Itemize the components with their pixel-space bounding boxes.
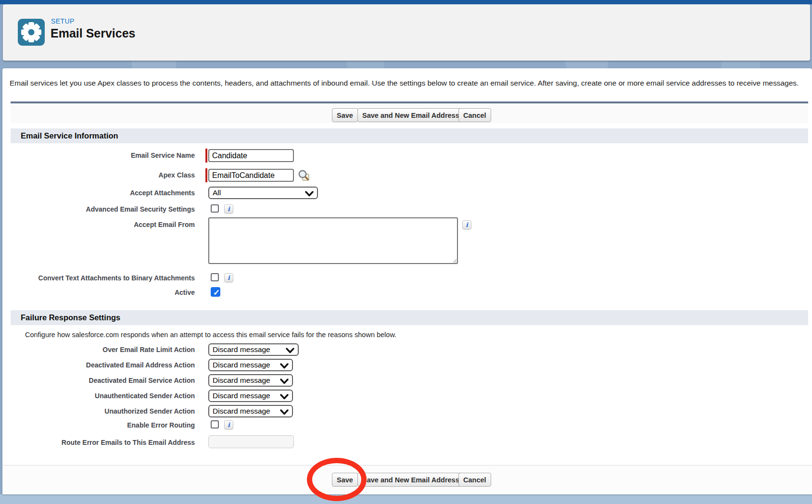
info-icon[interactable]: i (224, 204, 233, 214)
over-email-rate-limit-label: Over Email Rate Limit Action (2, 346, 195, 354)
section-header-failure-response-settings: Failure Response Settings (11, 310, 808, 325)
gear-icon (18, 19, 45, 46)
form-row-deactivated-email-address: Deactivated Email Address Action Discard… (2, 358, 801, 372)
chevron-down-icon (280, 378, 289, 384)
selected-option: Discard message (213, 391, 270, 400)
form-row-over-email-rate-limit: Over Email Rate Limit Action Discard mes… (2, 342, 801, 357)
email-service-name-label: Email Service Name (2, 151, 195, 160)
page: SETUP Email Services Email services let … (0, 0, 812, 504)
bottom-strip (0, 494, 812, 504)
apex-class-label: Apex Class (2, 171, 195, 179)
intro-text: Email services let you use Apex classes … (10, 79, 812, 88)
form-row-accept-email-from: Accept Email From i (2, 217, 801, 265)
chevron-down-icon (280, 409, 289, 415)
deactivated-email-address-select[interactable]: Discard message (208, 359, 293, 371)
selected-option: Discard message (213, 345, 270, 354)
convert-text-attachments-checkbox[interactable]: ✓ (211, 273, 219, 281)
enable-error-routing-checkbox[interactable]: ✓ (211, 420, 219, 428)
required-indicator (205, 168, 207, 182)
unauthorized-sender-label: Unauthorized Sender Action (2, 407, 195, 416)
form-row-unauthenticated-sender: Unauthenticated Sender Action Discard me… (2, 389, 801, 403)
accept-email-from-label: Accept Email From (2, 221, 195, 229)
active-label: Active (2, 289, 195, 297)
setup-header: SETUP Email Services (3, 4, 810, 61)
apex-class-input[interactable] (208, 169, 294, 182)
info-icon[interactable]: i (224, 420, 233, 429)
cancel-button-bottom[interactable]: Cancel (458, 473, 491, 487)
advanced-email-security-label: Advanced Email Security Settings (2, 205, 195, 214)
advanced-email-security-checkbox[interactable]: ✓ (211, 204, 219, 213)
deactivated-email-service-select[interactable]: Discard message (208, 374, 293, 387)
form-row-active: Active ✓ (2, 286, 801, 301)
selected-option: All (213, 189, 221, 197)
accept-attachments-select[interactable]: All (208, 187, 318, 199)
form-row-route-error-emails: Route Error Emails to This Email Address (2, 434, 801, 449)
save-and-new-button-top[interactable]: Save and New Email Address (357, 108, 464, 122)
over-email-rate-limit-select[interactable]: Discard message (208, 343, 299, 356)
setup-kicker: SETUP (51, 17, 75, 25)
form-row-deactivated-email-service: Deactivated Email Service Action Discard… (2, 373, 801, 388)
unauthenticated-sender-label: Unauthenticated Sender Action (2, 392, 195, 400)
lookup-icon[interactable] (298, 169, 310, 182)
form-row-enable-error-routing: Enable Error Routing ✓ i (2, 419, 801, 434)
accept-email-from-textarea[interactable] (208, 217, 458, 264)
convert-text-attachments-label: Convert Text Attachments to Binary Attac… (2, 274, 195, 282)
selected-option: Discard message (213, 376, 270, 385)
deactivated-email-service-label: Deactivated Email Service Action (2, 377, 195, 385)
bottom-button-bar: Save Save and New Email Address Cancel (2, 465, 812, 494)
form-row-advanced-email-security: Advanced Email Security Settings ✓ i (2, 203, 801, 218)
required-indicator (205, 149, 207, 163)
cancel-button-top[interactable]: Cancel (458, 108, 491, 122)
deactivated-email-address-label: Deactivated Email Address Action (2, 361, 195, 369)
chevron-down-icon (280, 363, 289, 369)
form-row-email-service-name: Email Service Name (2, 148, 801, 163)
unauthenticated-sender-select[interactable]: Discard message (208, 390, 293, 402)
save-and-new-button-bottom[interactable]: Save and New Email Address (357, 473, 464, 487)
enable-error-routing-label: Enable Error Routing (2, 421, 195, 429)
accept-attachments-label: Accept Attachments (2, 189, 195, 197)
form-row-apex-class: Apex Class (2, 168, 801, 182)
top-button-bar: Save Save and New Email Address Cancel (11, 101, 808, 123)
chevron-down-icon (286, 348, 294, 353)
check-icon: ✓ (213, 288, 220, 298)
chevron-down-icon (305, 191, 314, 197)
unauthorized-sender-select[interactable]: Discard message (208, 405, 293, 417)
email-service-name-input[interactable] (208, 149, 294, 162)
section-title: Failure Response Settings (21, 313, 120, 322)
route-error-emails-label: Route Error Emails to This Email Address (2, 439, 195, 447)
form-row-unauthorized-sender: Unauthorized Sender Action Discard messa… (2, 404, 801, 418)
route-error-emails-input (208, 435, 294, 448)
save-button-bottom[interactable]: Save (332, 473, 358, 487)
top-strip (0, 0, 812, 4)
page-title: Email Services (51, 26, 136, 40)
selected-option: Discard message (213, 361, 270, 369)
chevron-down-icon (280, 394, 289, 400)
save-button-top[interactable]: Save (332, 108, 358, 122)
section-title: Email Service Information (21, 131, 118, 140)
section-header-email-service-information: Email Service Information (11, 128, 808, 143)
active-checkbox[interactable]: ✓ (211, 287, 220, 297)
failure-section-description: Configure how salesforce.com responds wh… (25, 331, 396, 339)
form-row-accept-attachments: Accept Attachments All (2, 186, 801, 200)
info-icon[interactable]: i (224, 273, 233, 282)
selected-option: Discard message (213, 407, 270, 416)
form-row-convert-text-attachments: Convert Text Attachments to Binary Attac… (2, 272, 801, 287)
email-service-form: Email services let you use Apex classes … (2, 68, 812, 494)
info-icon[interactable]: i (462, 220, 471, 229)
